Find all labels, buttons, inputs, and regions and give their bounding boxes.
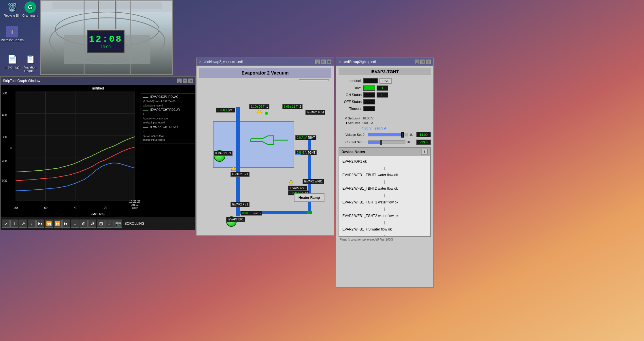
legend-item-5: A: [143, 113, 195, 116]
tght-current-min: 0: [363, 141, 367, 144]
vacuum-maximize-btn[interactable]: □: [321, 60, 326, 64]
bv1-label: IEVAP2:BV1: [231, 172, 250, 177]
striptool-btn-step-left[interactable]: ⏪: [45, 220, 53, 228]
tght-window-controls: _ □ ✕: [415, 60, 431, 64]
vacuum-close-btn[interactable]: ✕: [327, 60, 331, 64]
striptool-btn-right-down[interactable]: ↗: [19, 220, 27, 228]
svg-marker-30: [257, 108, 262, 113]
x-axis-label: (Minutes): [1, 212, 195, 216]
tght-current-slider[interactable]: [368, 140, 405, 144]
note-wfb1-tbht1: IEVAP2:WFB1_TBHT1 water flow ok: [341, 172, 428, 179]
rv1-label: IEVAP2:RV1: [288, 186, 307, 190]
tght-vac-bar: [295, 154, 311, 155]
note-sep-3: |: [341, 193, 428, 199]
tght-voltage-set-value[interactable]: 14.00: [416, 132, 431, 137]
striptool-btn-up[interactable]: ↑: [10, 220, 18, 228]
tght-content: IEVAP2:TGHT Interlock RST Drive 1 ON Sta…: [336, 66, 433, 245]
striptool-titlebar: StripTool Graph Window _ □ ✕: [1, 77, 195, 85]
device-notes-section: Device Notes I IEVAP2:IGP1 ok | IEVAP2:W…: [339, 147, 431, 237]
striptool-btn-step-right[interactable]: ⏩: [54, 220, 62, 228]
nsic-fig5-label: n-SiC_fig5: [5, 66, 19, 69]
tght-voltage-thumb[interactable]: [401, 132, 404, 138]
tght-current-thumb[interactable]: [380, 140, 382, 145]
tght-close-btn[interactable]: ✕: [426, 60, 431, 64]
camera-display-sv: 10:00: [89, 45, 122, 49]
striptool-maximize-btn[interactable]: □: [183, 79, 187, 83]
striptool-btn-skip-left[interactable]: ⏮: [36, 220, 44, 228]
y-label-500: 500: [2, 92, 7, 95]
vacuum-close-x[interactable]: ✕: [199, 60, 202, 64]
grammarly-icon: G: [24, 1, 36, 13]
svg-rect-2: [52, 2, 162, 9]
tght-drive-value[interactable]: 1: [377, 85, 388, 91]
recycle-bin-icon: 🗑️: [6, 1, 18, 13]
vacuum-title-left: ✕ ./edl/ievap2_vacuum1.edl: [199, 60, 243, 64]
tght-on-status-label: ON Status: [339, 93, 362, 97]
heater-ramp-button[interactable]: Heater Ramp: [294, 193, 324, 202]
tcm-label: IEVAP2:TCM: [305, 110, 325, 115]
rv1-component: IEVAP2:RV1: [288, 179, 294, 186]
tght-drive-status: [363, 85, 375, 91]
striptool-minimize-btn[interactable]: _: [177, 79, 182, 83]
striptool-toolbar: ↙ ↑ ↗ ↓ ⏮ ⏪ ⏩ ⏭ ○ ⊕ ↺ ⊞ # 📷 SCROLLING: [1, 217, 195, 230]
tght-voltage-max: 16: [409, 133, 415, 136]
bv1-triangle: [231, 165, 236, 171]
striptool-btn-left-down[interactable]: ↙: [2, 220, 10, 228]
tght-v-limit-label: V Set Limit: [339, 117, 360, 120]
tght-separator: [339, 114, 431, 114]
device-notes-content: IEVAP2:IGP1 ok | IEVAP2:WFB1_TBHT1 water…: [339, 156, 430, 236]
tght-i-set-limit-row: I Set Limit 900.0 A: [339, 121, 431, 125]
striptool-close-btn[interactable]: ✕: [188, 79, 193, 83]
tght-title-left: ✕ ./edl/ievap2tghtcp.edl: [339, 60, 376, 64]
striptool-btn-screenshot[interactable]: 📷: [114, 220, 122, 228]
igp1-component: IEVAP2:IGP1 1.10e-06 T I I O: [249, 104, 266, 109]
striptool-btn-zoom-out[interactable]: ○: [71, 220, 79, 228]
legend-item-4: IEVAP2:TGHT:RDCUR: [143, 108, 195, 112]
striptool-btn-skip-right[interactable]: ⏭: [62, 220, 70, 228]
tght-current-set-value[interactable]: 299.0: [416, 140, 431, 145]
vv1-component: IEVAP2:VV1 0.000 T I I O: [216, 108, 233, 112]
note-sep-2: |: [341, 179, 428, 185]
device-notes-btn[interactable]: I: [421, 149, 428, 155]
svg-rect-26: [236, 107, 240, 216]
tght-current-amperage: 296.5 A: [375, 126, 387, 130]
tght-current-set-label: Current Set: [339, 140, 362, 144]
striptool-btn-zoom-in[interactable]: ⊕: [80, 220, 88, 228]
tght-drive-row: Drive 1: [339, 85, 431, 91]
tght-close-x[interactable]: ✕: [339, 60, 341, 64]
tght-voltage-slider[interactable]: [368, 133, 408, 136]
vacuum-content: Evaporator 2 Vacuum Global Reset: [197, 66, 334, 233]
tght-interlock-status: [363, 78, 378, 83]
bv1-component: IEVAP2:BV1 I I O: [231, 165, 247, 176]
striptool-btn-expand[interactable]: ⊞: [97, 220, 105, 228]
camera-display-pv: 12:08: [89, 34, 122, 45]
tght-on-status-row: ON Status 0: [339, 92, 431, 98]
tp1-label: IEVAP2:TP1: [214, 151, 233, 156]
igp2-value: 8.69e-11 T: [282, 104, 299, 109]
tght-title-text: ./edl/ievap2tghtcp.edl: [343, 60, 376, 64]
legend-item-7: analog input record: [143, 121, 195, 125]
y-label-200: 200: [2, 159, 7, 163]
tght-minimize-btn[interactable]: _: [415, 60, 419, 64]
striptool-btn-grid[interactable]: #: [105, 220, 114, 228]
tght-maximize-btn[interactable]: □: [420, 60, 425, 64]
tght-on-status-indicator: [363, 92, 375, 98]
tght-on-status-value[interactable]: 0: [377, 92, 388, 98]
striptool-graph-area: untitled IEVAP2:IGP1:RDVAC (0, 5e-06) VA…: [1, 85, 195, 217]
striptool-legend: IEVAP2:IGP1:RDVAC (0, 5e-06) VAL=1.09228…: [141, 94, 195, 144]
striptool-scrolling-label: SCROLLING: [124, 222, 144, 226]
note-wfb1-hs: IEVAP2:WFB1_HS water flow ok: [341, 226, 428, 233]
igp1-green-dot: [265, 112, 268, 116]
legend-label-1: IEVAP2:IGP1:RDVAC: [150, 95, 178, 98]
striptool-btn-refresh[interactable]: ↺: [88, 220, 96, 228]
striptool-btn-down[interactable]: ↓: [28, 220, 36, 228]
y-label-300: 300: [2, 135, 7, 139]
vacuum-minimize-btn[interactable]: _: [315, 60, 320, 64]
note-sep-1: |: [341, 165, 428, 172]
vacuum-window: ✕ ./edl/ievap2_vacuum1.edl _ □ ✕ Evapora…: [196, 58, 334, 236]
desktop-icon-teams[interactable]: T Microsoft Teams: [1, 26, 24, 42]
tght-timeout-label: Timeout: [339, 107, 362, 111]
tght-i-limit-label: I Set Limit: [339, 121, 360, 125]
svg-marker-32: [289, 180, 293, 184]
tght-rst-button[interactable]: RST: [379, 78, 392, 84]
